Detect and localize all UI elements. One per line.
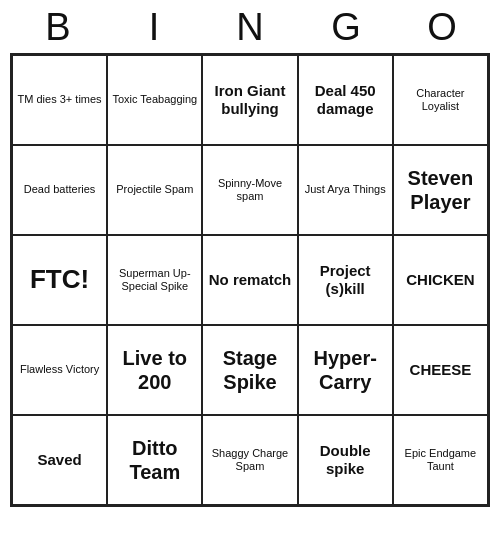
cell-7[interactable]: Spinny-Move spam: [202, 145, 297, 235]
cell-19[interactable]: CHEESE: [393, 325, 488, 415]
cell-16[interactable]: Live to 200: [107, 325, 202, 415]
letter-o: O: [398, 6, 486, 49]
cell-12[interactable]: No rematch: [202, 235, 297, 325]
cell-11[interactable]: Superman Up-Special Spike: [107, 235, 202, 325]
cell-22[interactable]: Shaggy Charge Spam: [202, 415, 297, 505]
cell-0[interactable]: TM dies 3+ times: [12, 55, 107, 145]
cell-1[interactable]: Toxic Teabagging: [107, 55, 202, 145]
cell-20[interactable]: Saved: [12, 415, 107, 505]
letter-n: N: [206, 6, 294, 49]
cell-10[interactable]: FTC!: [12, 235, 107, 325]
cell-17[interactable]: Stage Spike: [202, 325, 297, 415]
bingo-title: B I N G O: [10, 0, 490, 53]
cell-18[interactable]: Hyper-Carry: [298, 325, 393, 415]
letter-g: G: [302, 6, 390, 49]
bingo-grid: TM dies 3+ timesToxic TeabaggingIron Gia…: [10, 53, 490, 507]
cell-6[interactable]: Projectile Spam: [107, 145, 202, 235]
cell-9[interactable]: Steven Player: [393, 145, 488, 235]
cell-8[interactable]: Just Arya Things: [298, 145, 393, 235]
cell-15[interactable]: Flawless Victory: [12, 325, 107, 415]
cell-14[interactable]: CHICKEN: [393, 235, 488, 325]
cell-13[interactable]: Project (s)kill: [298, 235, 393, 325]
letter-b: B: [14, 6, 102, 49]
letter-i: I: [110, 6, 198, 49]
cell-24[interactable]: Epic Endgame Taunt: [393, 415, 488, 505]
cell-21[interactable]: Ditto Team: [107, 415, 202, 505]
cell-3[interactable]: Deal 450 damage: [298, 55, 393, 145]
cell-2[interactable]: Iron Giant bullying: [202, 55, 297, 145]
cell-4[interactable]: Character Loyalist: [393, 55, 488, 145]
cell-5[interactable]: Dead batteries: [12, 145, 107, 235]
cell-23[interactable]: Double spike: [298, 415, 393, 505]
